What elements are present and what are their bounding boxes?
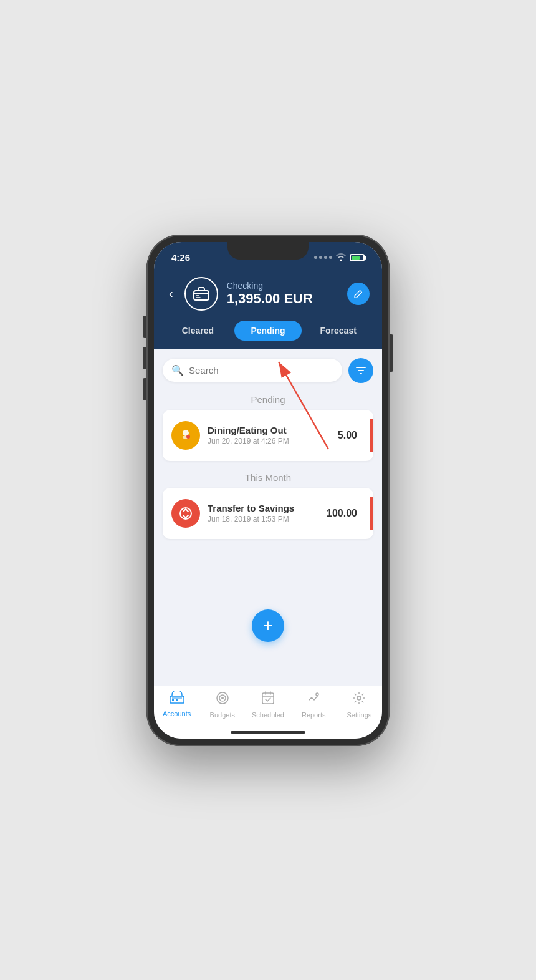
- transfer-name: Transfer to Savings: [208, 503, 319, 513]
- budgets-icon: [216, 691, 229, 709]
- search-input[interactable]: [189, 365, 333, 376]
- account-info: Checking 1,395.00 EUR: [227, 281, 338, 307]
- svg-rect-8: [176, 699, 178, 701]
- status-time: 4:26: [171, 252, 190, 263]
- nav-reports[interactable]: Reports: [291, 691, 337, 719]
- scheduled-label: Scheduled: [252, 711, 284, 719]
- signal-dot-3: [324, 256, 327, 259]
- dining-icon: [171, 421, 200, 450]
- search-input-wrap[interactable]: 🔍: [163, 359, 342, 382]
- home-indicator: [154, 731, 382, 739]
- tab-pending[interactable]: Pending: [234, 321, 302, 341]
- reports-label: Reports: [302, 711, 326, 719]
- svg-point-17: [357, 696, 361, 700]
- search-bar: 🔍: [154, 349, 382, 389]
- bottom-nav: Accounts Budgets: [154, 686, 382, 731]
- reports-icon: [307, 691, 320, 709]
- battery-icon: [350, 254, 365, 261]
- transaction-transfer[interactable]: Transfer to Savings Jun 18, 2019 at 1:53…: [163, 488, 373, 539]
- status-icons: [314, 253, 365, 263]
- phone-frame: 4:26: [146, 235, 390, 746]
- nav-scheduled[interactable]: Scheduled: [245, 691, 290, 719]
- svg-point-16: [316, 693, 318, 696]
- accounts-icon: [170, 691, 184, 707]
- dining-date: Jun 20, 2019 at 4:26 PM: [208, 437, 330, 445]
- search-icon: 🔍: [171, 364, 184, 376]
- back-button[interactable]: ‹: [166, 284, 176, 303]
- dining-stripe: [370, 419, 373, 452]
- phone-screen: 4:26: [154, 242, 382, 739]
- transfer-date: Jun 18, 2019 at 1:53 PM: [208, 515, 319, 523]
- account-name: Checking: [227, 281, 338, 291]
- edit-button[interactable]: [347, 283, 370, 305]
- account-balance: 1,395.00 EUR: [227, 291, 338, 307]
- svg-rect-12: [262, 693, 274, 704]
- transaction-dining[interactable]: Dining/Eating Out Jun 20, 2019 at 4:26 P…: [163, 410, 373, 461]
- account-header: ‹ Checking 1,395.00 EUR: [154, 269, 382, 321]
- settings-icon: [352, 691, 366, 709]
- content-inner: 🔍 Pending: [154, 349, 382, 551]
- filter-button[interactable]: [348, 358, 373, 383]
- battery-fill: [352, 256, 360, 260]
- section-pending: Pending: [154, 389, 382, 410]
- dining-name: Dining/Eating Out: [208, 425, 330, 435]
- transfer-icon: [171, 499, 200, 528]
- signal-dot-1: [314, 256, 317, 259]
- scheduled-icon: [262, 691, 274, 709]
- add-transaction-fab[interactable]: +: [252, 609, 284, 642]
- dining-details: Dining/Eating Out Jun 20, 2019 at 4:26 P…: [208, 425, 330, 445]
- nav-budgets[interactable]: Budgets: [199, 691, 245, 719]
- tab-cleared[interactable]: Cleared: [164, 321, 232, 341]
- home-bar: [231, 731, 305, 734]
- content-area: 🔍 Pending: [154, 349, 382, 686]
- settings-label: Settings: [347, 711, 372, 719]
- transfer-details: Transfer to Savings Jun 18, 2019 at 1:53…: [208, 503, 319, 523]
- notch: [227, 242, 309, 260]
- svg-rect-7: [172, 699, 174, 701]
- svg-point-11: [221, 697, 224, 699]
- svg-point-4: [186, 435, 190, 439]
- signal-dot-4: [329, 256, 332, 259]
- tabs-bar: Cleared Pending Forecast: [154, 321, 382, 349]
- accounts-label: Accounts: [163, 710, 191, 717]
- transfer-stripe: [370, 497, 373, 530]
- wifi-icon: [336, 253, 346, 263]
- budgets-label: Budgets: [210, 711, 235, 719]
- signal-dot-2: [319, 256, 322, 259]
- transfer-amount: 100.00: [327, 508, 362, 519]
- tab-forecast[interactable]: Forecast: [304, 321, 372, 341]
- nav-accounts[interactable]: Accounts: [154, 691, 199, 719]
- dining-amount: 5.00: [338, 430, 362, 441]
- account-icon: [184, 277, 218, 311]
- section-this-month: This Month: [154, 467, 382, 488]
- signal-dots: [314, 256, 332, 259]
- nav-settings[interactable]: Settings: [337, 691, 382, 719]
